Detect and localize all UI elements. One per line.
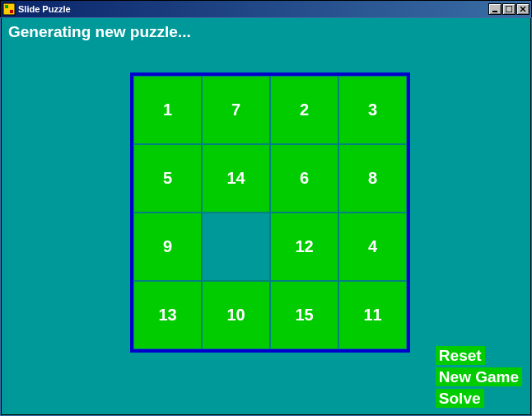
tile[interactable]: 4 (338, 213, 407, 281)
svg-rect-1 (5, 5, 8, 8)
tile[interactable]: 11 (338, 281, 407, 349)
close-button[interactable] (516, 3, 530, 15)
tile[interactable]: 9 (133, 213, 202, 281)
tile[interactable]: 15 (270, 281, 338, 349)
svg-rect-3 (492, 11, 497, 12)
tile[interactable]: 3 (338, 76, 407, 144)
tile[interactable]: 7 (202, 76, 270, 144)
tile[interactable]: 13 (133, 281, 202, 349)
tile[interactable]: 14 (202, 144, 270, 213)
puzzle-board: 172351468912413101511 (130, 72, 410, 353)
tile[interactable]: 5 (133, 144, 202, 213)
svg-rect-2 (10, 10, 13, 13)
solve-button[interactable]: Solve (436, 389, 484, 408)
window-buttons (488, 3, 530, 15)
tile[interactable]: 6 (270, 144, 338, 213)
svg-rect-4 (506, 6, 512, 12)
minimize-button[interactable] (488, 3, 502, 15)
game-area: Generating new puzzle... 172351468912413… (1, 18, 531, 415)
new-game-button[interactable]: New Game (436, 367, 522, 386)
tile[interactable]: 1 (133, 76, 202, 144)
tile[interactable]: 10 (202, 281, 270, 349)
title-bar: Slide Puzzle (0, 0, 532, 17)
tile[interactable]: 2 (270, 76, 338, 144)
empty-slot (202, 213, 270, 281)
action-panel: Reset New Game Solve (436, 346, 522, 408)
window-title: Slide Puzzle (18, 4, 488, 14)
tile[interactable]: 8 (338, 144, 407, 213)
reset-button[interactable]: Reset (436, 346, 485, 365)
app-icon (2, 2, 16, 16)
maximize-button[interactable] (502, 3, 516, 15)
status-text: Generating new puzzle... (2, 18, 530, 41)
tile[interactable]: 12 (270, 213, 338, 281)
